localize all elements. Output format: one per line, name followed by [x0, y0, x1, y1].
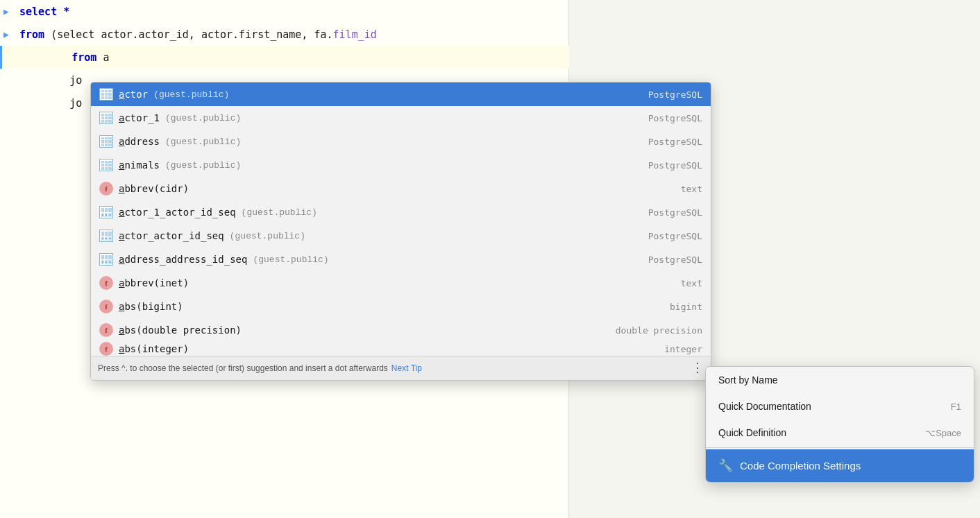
- context-menu-item-quick-def[interactable]: Quick Definition ⌥Space: [706, 420, 974, 446]
- autocomplete-item-abs-bigint[interactable]: f abs(bigint) bigint: [91, 295, 711, 318]
- item-name-abs-bigint: abs(bigint): [119, 301, 183, 312]
- autocomplete-item-actor[interactable]: actor (guest.public) PostgreSQL: [91, 83, 711, 106]
- item-type-animals: PostgreSQL: [648, 160, 702, 171]
- line-arrow-1: ▶: [3, 6, 9, 17]
- context-menu-item-sort[interactable]: Sort by Name: [706, 367, 974, 393]
- autocomplete-item-animals[interactable]: animals (guest.public) PostgreSQL: [91, 153, 711, 177]
- item-type-address: PostgreSQL: [648, 137, 702, 147]
- autocomplete-footer: Press ^. to choose the selected (or firs…: [91, 356, 711, 380]
- item-name-abbrev-inet: abbrev(inet): [119, 277, 189, 288]
- quick-doc-shortcut: F1: [951, 402, 961, 412]
- code-line-3[interactable]: from a: [0, 46, 569, 69]
- func-icon-2: f: [99, 276, 113, 290]
- item-name-abbrev-cidr: abbrev(cidr): [119, 183, 189, 194]
- item-name-seq2: actor_actor_id_seq: [119, 230, 224, 241]
- quick-doc-label: Quick Documentation: [718, 401, 811, 412]
- autocomplete-item-actor-1[interactable]: actor_1 (guest.public) PostgreSQL: [91, 106, 711, 130]
- item-schema-animals: (guest.public): [165, 160, 241, 171]
- context-menu-item-quick-doc[interactable]: Quick Documentation F1: [706, 393, 974, 420]
- item-name-seq1: actor_1_actor_id_seq: [119, 207, 236, 218]
- item-type-abs-bigint: bigint: [670, 302, 702, 312]
- line-arrow-2: ▶: [3, 29, 9, 40]
- item-type-abbrev-inet: text: [681, 278, 702, 288]
- item-type-actor: PostgreSQL: [648, 89, 702, 100]
- seq-icon-3: 1 2 3: [99, 253, 113, 266]
- item-schema-seq3: (guest.public): [253, 254, 328, 265]
- item-name-animals: animals: [119, 159, 160, 171]
- item-name-actor-1: actor_1: [119, 112, 160, 123]
- sort-by-name-label: Sort by Name: [718, 374, 778, 386]
- func-icon-1: f: [99, 182, 113, 196]
- item-name-actor: actor: [119, 89, 148, 100]
- wrench-icon: 🔧: [718, 458, 733, 473]
- item-type-abbrev-cidr: text: [681, 184, 702, 194]
- code-line-1[interactable]: ▶ select *: [0, 0, 569, 23]
- func-icon-3: f: [99, 300, 113, 313]
- autocomplete-item-seq2[interactable]: 1 2 3 actor_actor_id_seq (guest.public) …: [91, 224, 711, 248]
- table-icon: [99, 88, 113, 101]
- item-type-seq1: PostgreSQL: [648, 207, 702, 218]
- more-options-button[interactable]: ⋮: [691, 362, 704, 374]
- footer-tip-text: Press ^. to choose the selected (or firs…: [98, 363, 388, 373]
- context-menu: Sort by Name Quick Documentation F1 Quic…: [705, 366, 974, 483]
- code-line-2[interactable]: ▶ from (select actor.actor_id, actor.fir…: [0, 23, 569, 46]
- item-schema-actor: (guest.public): [153, 89, 229, 100]
- code-text-4: jo: [19, 74, 82, 87]
- autocomplete-dropdown[interactable]: actor (guest.public) PostgreSQL actor_1 …: [90, 82, 711, 381]
- seq-icon-1: 1 2 3: [99, 206, 113, 218]
- code-text-1: select *: [19, 6, 69, 18]
- item-type-abs-double: double precision: [616, 325, 702, 336]
- quick-def-shortcut: ⌥Space: [925, 428, 961, 438]
- item-name-abs-double: abs(double precision): [119, 325, 242, 336]
- item-type-actor-1: PostgreSQL: [648, 113, 702, 123]
- table-icon-4: [99, 159, 113, 171]
- item-name-abs-integer: abs(integer): [119, 343, 189, 354]
- func-icon-5: f: [99, 342, 113, 356]
- item-type-seq3: PostgreSQL: [648, 254, 702, 265]
- autocomplete-item-abbrev-inet[interactable]: f abbrev(inet) text: [91, 271, 711, 295]
- item-schema-actor-1: (guest.public): [165, 113, 241, 123]
- autocomplete-item-seq1[interactable]: 1 2 3 actor_1_actor_id_seq (guest.public…: [91, 200, 711, 224]
- table-icon-2: [99, 112, 113, 124]
- item-name-seq3: address_address_id_seq: [119, 254, 247, 265]
- item-name-address: address: [119, 136, 160, 147]
- func-icon-4: f: [99, 323, 113, 337]
- item-schema-seq1: (guest.public): [242, 207, 317, 218]
- item-type-abs-integer: integer: [664, 344, 702, 354]
- code-text-5: jo: [19, 97, 82, 110]
- item-schema-address: (guest.public): [165, 137, 241, 147]
- code-completion-settings-button[interactable]: 🔧 Code Completion Settings: [706, 449, 974, 482]
- next-tip-link[interactable]: Next Tip: [391, 363, 422, 373]
- quick-def-label: Quick Definition: [718, 427, 786, 438]
- context-menu-divider: [706, 447, 974, 448]
- table-icon-3: [99, 135, 113, 148]
- autocomplete-item-abs-double[interactable]: f abs(double precision) double precision: [91, 318, 711, 342]
- item-type-seq2: PostgreSQL: [648, 231, 702, 241]
- item-schema-seq2: (guest.public): [230, 231, 305, 241]
- autocomplete-item-abs-integer[interactable]: f abs(integer) integer: [91, 342, 711, 356]
- autocomplete-item-abbrev-cidr[interactable]: f abbrev(cidr) text: [91, 177, 711, 200]
- autocomplete-item-seq3[interactable]: 1 2 3 address_address_id_seq (guest.publ…: [91, 248, 711, 271]
- autocomplete-item-address[interactable]: address (guest.public) PostgreSQL: [91, 130, 711, 153]
- code-text-2: from (select actor.actor_id, actor.first…: [19, 28, 377, 41]
- code-text-3: from a: [22, 51, 109, 64]
- code-completion-settings-label: Code Completion Settings: [740, 460, 861, 472]
- seq-icon-2: 1 2 3: [99, 230, 113, 242]
